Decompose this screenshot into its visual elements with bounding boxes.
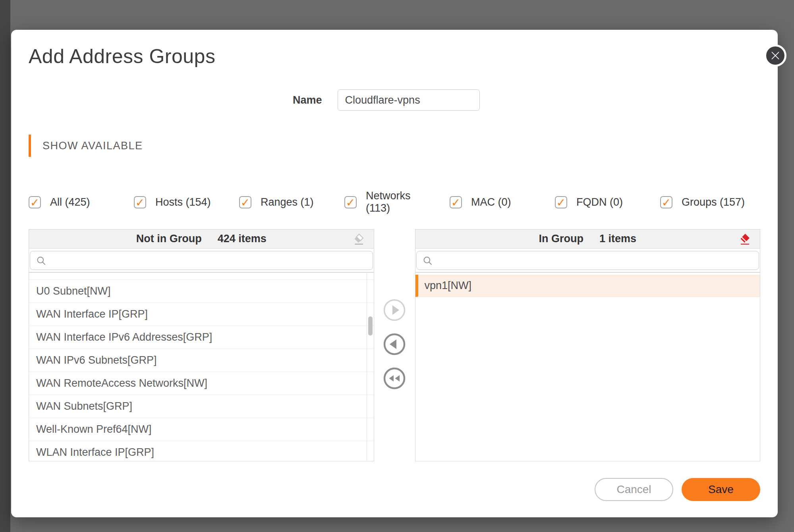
move-left-button[interactable] <box>383 333 406 356</box>
scrollbar-thumb[interactable] <box>368 316 373 335</box>
not-in-group-header: Not in Group 424 items <box>29 229 374 249</box>
search-box <box>416 251 759 270</box>
in-group-search-input[interactable] <box>437 254 753 267</box>
move-right-button[interactable] <box>383 299 406 322</box>
name-row: Name <box>29 89 760 111</box>
search-icon <box>36 255 46 266</box>
filter-checkbox-ranges[interactable]: ✓ Ranges (1) <box>239 196 344 208</box>
list-item[interactable]: WAN Interface IP[GRP] <box>29 303 374 326</box>
section-accent-bar <box>29 135 31 157</box>
dialog-footer: Cancel Save <box>29 478 760 501</box>
scrollbar-track <box>367 273 367 461</box>
show-available-section: SHOW AVAILABLE <box>29 135 760 157</box>
arrow-left-icon <box>383 333 406 356</box>
add-address-groups-dialog: Add Address Groups Name SHOW AVAILABLE ✓… <box>11 30 778 517</box>
in-group-panel: In Group 1 items <box>415 229 761 461</box>
cancel-button[interactable]: Cancel <box>595 478 673 501</box>
list-item[interactable]: WAN IPv6 Subnets[GRP] <box>29 349 374 372</box>
arrow-right-icon <box>383 299 406 322</box>
panel-title: Not in Group <box>136 233 202 245</box>
checkbox-checked-icon: ✓ <box>29 196 41 208</box>
search-zone <box>415 249 760 273</box>
list-item-partial <box>29 273 374 280</box>
filter-checkbox-networks[interactable]: ✓ Networks (113) <box>344 190 450 214</box>
list-item[interactable]: WAN RemoteAccess Networks[NW] <box>29 372 374 395</box>
clear-all-button[interactable] <box>352 233 365 247</box>
section-title: SHOW AVAILABLE <box>43 140 143 152</box>
filter-checkbox-groups[interactable]: ✓ Groups (157) <box>660 196 745 208</box>
eraser-red-icon <box>738 233 751 245</box>
transfer-controls <box>374 229 415 461</box>
checkbox-checked-icon: ✓ <box>134 196 146 208</box>
not-in-group-panel: Not in Group 424 items <box>29 229 374 461</box>
filter-checkbox-all[interactable]: ✓ All (425) <box>29 196 134 208</box>
checkbox-checked-icon: ✓ <box>344 196 357 208</box>
name-label: Name <box>293 94 322 106</box>
list-item[interactable]: WAN Subnets[GRP] <box>29 395 374 418</box>
filter-checkbox-hosts[interactable]: ✓ Hosts (154) <box>134 196 239 208</box>
close-button[interactable] <box>764 44 786 67</box>
dual-list-area: Not in Group 424 items <box>29 229 760 461</box>
not-in-group-list: U0 Subnet[NW] WAN Interface IP[GRP] WAN … <box>29 273 374 461</box>
panel-item-count: 424 items <box>218 233 267 245</box>
checkbox-checked-icon: ✓ <box>555 196 567 208</box>
checkbox-checked-icon: ✓ <box>660 196 672 208</box>
double-arrow-left-icon <box>383 367 406 390</box>
search-zone <box>29 249 374 273</box>
checkbox-checked-icon: ✓ <box>239 196 251 208</box>
eraser-icon <box>352 233 365 245</box>
checkbox-checked-icon: ✓ <box>450 196 462 208</box>
type-filter-row: ✓ All (425) ✓ Hosts (154) ✓ Ranges (1) ✓… <box>29 189 760 215</box>
selected-list-item[interactable]: vpn1[NW] <box>415 275 760 297</box>
panel-item-count: 1 items <box>599 233 636 245</box>
list-item[interactable]: Well-Known Pref64[NW] <box>29 418 374 441</box>
dialog-title: Add Address Groups <box>29 44 760 69</box>
filter-checkbox-mac[interactable]: ✓ MAC (0) <box>450 196 555 208</box>
panel-title: In Group <box>539 233 583 245</box>
search-box <box>30 251 373 270</box>
save-button[interactable]: Save <box>682 478 760 501</box>
search-icon <box>422 255 433 266</box>
move-all-left-button[interactable] <box>383 367 406 390</box>
list-item[interactable]: WAN Interface IPv6 Addresses[GRP] <box>29 326 374 349</box>
close-icon <box>770 50 780 61</box>
filter-checkbox-fqdn[interactable]: ✓ FQDN (0) <box>555 196 660 208</box>
in-group-header: In Group 1 items <box>415 229 760 249</box>
list-item[interactable]: WLAN Interface IP[GRP] <box>29 441 374 461</box>
not-in-group-search-input[interactable] <box>50 254 367 267</box>
remove-all-button[interactable] <box>738 233 751 247</box>
name-input[interactable] <box>338 89 480 111</box>
in-group-list: vpn1[NW] <box>415 273 760 461</box>
list-item[interactable]: U0 Subnet[NW] <box>29 280 374 303</box>
